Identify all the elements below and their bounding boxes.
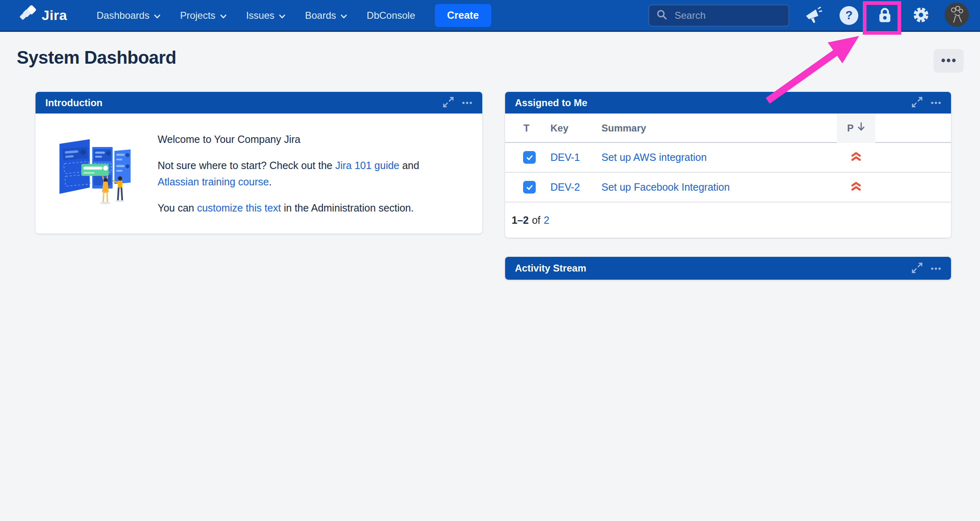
nav-item-label: Dashboards [97,10,149,21]
introduction-panel: Introduction [36,92,482,234]
nav-item-label: Projects [180,10,216,21]
text: You can [158,202,197,214]
help-button[interactable]: ? [839,6,859,25]
chevron-down-icon [154,10,160,21]
column-header-key: Key [550,122,601,134]
issue-summary-link[interactable]: Set up Facebook Integration [601,181,837,193]
issue-key-link[interactable]: DEV-2 [550,181,601,193]
jira-101-guide-link[interactable]: Jira 101 guide [335,160,399,171]
table-row: DEV-2 Set up Facebook Integration [505,173,951,203]
chevron-down-icon [279,10,285,21]
panel-more-button[interactable] [931,100,941,106]
jira-logo[interactable]: Jira [18,5,67,26]
column-header-summary: Summary [601,122,837,134]
task-check-icon [523,181,536,194]
introduction-text: Welcome to Your Company Jira Not sure wh… [158,121,419,226]
text: P [847,122,853,134]
help-icon: ? [840,6,858,25]
more-icon [940,58,957,64]
panel-title: Activity Stream [515,263,586,274]
nav-item-label: Issues [246,10,274,21]
nav-item-dbconsole[interactable]: DbConsole [367,10,415,21]
column-header-priority[interactable]: P [837,114,875,143]
nav-item-issues[interactable]: Issues [246,10,285,21]
issue-type-cell [505,151,550,164]
expand-button[interactable] [442,96,454,109]
getting-started-paragraph: Not sure where to start? Check out the J… [158,157,419,190]
expand-button[interactable] [911,262,923,275]
nav-item-boards[interactable]: Boards [305,10,347,21]
activity-panel-header: Activity Stream [505,257,951,280]
text: in the Administration section. [281,202,414,214]
top-navbar: Jira Dashboards Projects Issues Boards D… [0,0,980,32]
expand-icon [911,262,923,275]
avatar [944,2,969,29]
welcome-heading: Welcome to Your Company Jira [158,131,419,147]
priority-highest-icon [851,151,862,163]
customize-paragraph: You can customize this text in the Admin… [158,200,419,216]
permissions-button[interactable] [875,6,895,25]
create-button[interactable]: Create [435,4,491,27]
search-icon [656,9,668,22]
more-icon [462,100,472,106]
nav-item-label: DbConsole [367,10,415,21]
panel-more-button[interactable] [462,100,472,106]
profile-button[interactable] [947,6,967,25]
expand-icon [911,96,923,109]
panel-title: Assigned to Me [515,97,587,109]
text: . [269,176,272,187]
panel-more-button[interactable] [931,265,941,272]
chevron-down-icon [220,10,227,21]
panel-title: Introduction [45,97,102,109]
issue-table-header: T Key Summary P [505,114,951,143]
nav-right-icons: ? [803,6,967,25]
settings-button[interactable] [911,6,931,25]
column-header-type: T [505,122,550,134]
pagination: 1–2 of 2 [505,203,951,238]
issue-key-link[interactable]: DEV-1 [550,151,601,163]
introduction-panel-body: Welcome to Your Company Jira Not sure wh… [36,114,482,234]
pagination-total-link[interactable]: 2 [544,214,550,226]
priority-cell [837,151,875,163]
teamwork-illustration [56,134,140,213]
help-glyph: ? [845,9,853,22]
nav-item-dashboards[interactable]: Dashboards [97,10,160,21]
assigned-panel-header: Assigned to Me [505,92,951,114]
search-box[interactable] [648,4,789,27]
more-icon [931,265,941,272]
more-icon [931,100,941,106]
nav-item-label: Boards [305,10,336,21]
lock-icon [875,5,894,25]
expand-icon [442,96,454,109]
issue-summary-link[interactable]: Set up AWS integration [601,151,837,163]
assigned-to-me-panel: Assigned to Me T Key Summary P [505,92,951,238]
text: and [399,160,419,171]
priority-cell [837,181,875,193]
dashboard-more-button[interactable] [933,49,964,73]
gear-icon [911,5,931,26]
customize-text-link[interactable]: customize this text [197,202,281,214]
text: Not sure where to start? Check out the [158,160,335,171]
announcements-button[interactable] [803,6,823,25]
sort-desc-icon [857,122,865,135]
main-nav: Dashboards Projects Issues Boards DbCons… [97,10,435,21]
jira-logo-icon [18,5,37,26]
expand-button[interactable] [911,96,923,109]
issue-type-cell [505,181,550,194]
atlassian-training-link[interactable]: Atlassian training course [158,176,269,187]
table-row: DEV-1 Set up AWS integration [505,143,951,173]
pagination-of: of [532,214,541,226]
jira-logo-text: Jira [42,7,67,23]
priority-highest-icon [851,181,862,193]
activity-stream-panel: Activity Stream [505,257,951,280]
search-input[interactable] [674,9,782,22]
page-title: System Dashboard [17,47,176,68]
megaphone-icon [804,5,822,25]
introduction-panel-header: Introduction [36,92,482,114]
nav-item-projects[interactable]: Projects [180,10,227,21]
pagination-range: 1–2 [512,214,529,226]
chevron-down-icon [341,10,347,21]
task-check-icon [523,151,536,164]
